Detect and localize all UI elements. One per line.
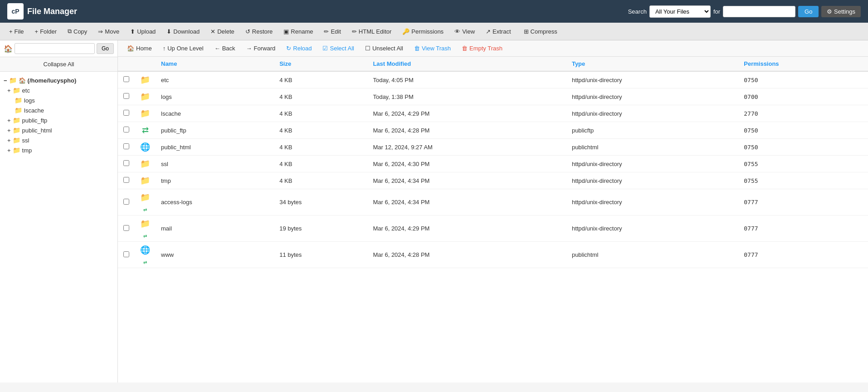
download-button[interactable]: ⬇ Download bbox=[162, 26, 204, 37]
collapse-all-button[interactable]: Collapse All bbox=[0, 57, 117, 72]
search-scope-select[interactable]: All Your Files File Names Only File Cont… bbox=[649, 5, 711, 18]
path-input[interactable] bbox=[15, 43, 95, 54]
upload-button[interactable]: ⬆ Upload bbox=[126, 26, 160, 37]
html-editor-button[interactable]: ✏ HTML Editor bbox=[347, 26, 396, 37]
delete-button[interactable]: ✕ Delete bbox=[206, 26, 239, 37]
row-checkbox-cell[interactable] bbox=[118, 156, 135, 172]
nav-home-button[interactable]: 🏠 Home bbox=[122, 43, 156, 54]
tree-item-public-html[interactable]: + 📁 public_html bbox=[0, 125, 117, 135]
file-area: 🏠 Home ↑ Up One Level ← Back → Forward ↻… bbox=[118, 40, 868, 382]
col-type[interactable]: Type bbox=[566, 57, 738, 71]
upload-label: Upload bbox=[137, 28, 156, 35]
table-row[interactable]: 📁 logs 4 KB Today, 1:38 PM httpd/unix-di… bbox=[118, 88, 868, 105]
row-name[interactable]: logs bbox=[156, 88, 274, 105]
row-checkbox-cell[interactable] bbox=[118, 122, 135, 139]
tree-item-ssl[interactable]: + 📁 ssl bbox=[0, 135, 117, 145]
nav-forward-button[interactable]: → Forward bbox=[242, 43, 280, 54]
row-checkbox[interactable] bbox=[123, 251, 129, 257]
row-name[interactable]: tmp bbox=[156, 172, 274, 189]
row-checkbox-cell[interactable] bbox=[118, 242, 135, 268]
search-input[interactable] bbox=[723, 6, 795, 17]
home-icon[interactable]: 🏠 bbox=[4, 44, 13, 53]
move-button[interactable]: ⇒ Move bbox=[93, 26, 124, 37]
row-name[interactable]: access-logs bbox=[156, 189, 274, 216]
tree-item-etc[interactable]: + 📁 etc bbox=[0, 85, 117, 95]
nav-view-trash-button[interactable]: 🗑 View Trash bbox=[410, 43, 455, 54]
row-name[interactable]: ssl bbox=[156, 156, 274, 172]
row-checkbox[interactable] bbox=[123, 160, 129, 166]
row-checkbox-cell[interactable] bbox=[118, 88, 135, 105]
row-checkbox-cell[interactable] bbox=[118, 71, 135, 88]
add-folder-button[interactable]: + Folder bbox=[30, 26, 61, 37]
row-checkbox-cell[interactable] bbox=[118, 172, 135, 189]
row-last-modified: Mar 6, 2024, 4:34 PM bbox=[367, 172, 566, 189]
row-checkbox-cell[interactable] bbox=[118, 139, 135, 156]
view-label: View bbox=[462, 28, 475, 35]
nav-up-button[interactable]: ↑ Up One Level bbox=[158, 43, 208, 54]
settings-button[interactable]: ⚙ Settings bbox=[821, 6, 861, 17]
row-name[interactable]: etc bbox=[156, 71, 274, 88]
path-go-button[interactable]: Go bbox=[97, 43, 114, 54]
plus-icon: + bbox=[7, 87, 11, 94]
row-checkbox[interactable] bbox=[123, 76, 129, 82]
tree-item-logs[interactable]: 📁 logs bbox=[0, 95, 117, 105]
select-all-icon: ☑ bbox=[322, 45, 328, 52]
nav-bar: 🏠 Home ↑ Up One Level ← Back → Forward ↻… bbox=[118, 40, 868, 57]
row-name[interactable]: public_ftp bbox=[156, 122, 274, 139]
row-checkbox[interactable] bbox=[123, 143, 129, 149]
row-checkbox[interactable] bbox=[123, 199, 129, 205]
tree-item-public-ftp[interactable]: + 📁 public_ftp bbox=[0, 115, 117, 125]
rename-button[interactable]: ▣ Rename bbox=[279, 26, 317, 37]
table-row[interactable]: ⇄ public_ftp 4 KB Mar 6, 2024, 4:28 PM p… bbox=[118, 122, 868, 139]
permissions-button[interactable]: 🔑 Permissions bbox=[398, 26, 448, 37]
row-checkbox[interactable] bbox=[123, 110, 129, 116]
view-button[interactable]: 👁 View bbox=[450, 26, 479, 37]
file-table: Name Size Last Modified Type Permissions… bbox=[118, 57, 868, 382]
row-checkbox[interactable] bbox=[123, 225, 129, 231]
extract-button[interactable]: ↗ Extract bbox=[481, 26, 515, 37]
tree-public-ftp-label: public_ftp bbox=[22, 117, 48, 124]
row-checkbox[interactable] bbox=[123, 93, 129, 99]
download-icon: ⬇ bbox=[166, 28, 171, 35]
nav-select-all-label: Select All bbox=[330, 45, 354, 52]
tree-item-root[interactable]: − 📁 🏠 (/home/lucyspho) bbox=[0, 75, 117, 85]
col-size[interactable]: Size bbox=[274, 57, 367, 71]
restore-button[interactable]: ↺ Restore bbox=[241, 26, 278, 37]
tree-item-tmp[interactable]: + 📁 tmp bbox=[0, 145, 117, 155]
row-name[interactable]: www bbox=[156, 242, 274, 268]
row-name[interactable]: lscache bbox=[156, 105, 274, 122]
table-row[interactable]: 🌐⇄ www 11 bytes Mar 6, 2024, 4:28 PM pub… bbox=[118, 242, 868, 268]
table-row[interactable]: 📁⇄ mail 19 bytes Mar 6, 2024, 4:29 PM ht… bbox=[118, 216, 868, 242]
col-name[interactable]: Name bbox=[156, 57, 274, 71]
row-checkbox-cell[interactable] bbox=[118, 189, 135, 216]
row-last-modified: Mar 6, 2024, 4:34 PM bbox=[367, 189, 566, 216]
copy-button[interactable]: ⧉ Copy bbox=[63, 25, 92, 37]
row-checkbox[interactable] bbox=[123, 127, 129, 132]
nav-empty-trash-button[interactable]: 🗑 Empty Trash bbox=[457, 43, 507, 54]
table-row[interactable]: 📁 ssl 4 KB Mar 6, 2024, 4:30 PM httpd/un… bbox=[118, 156, 868, 172]
col-last-modified[interactable]: Last Modified bbox=[367, 57, 566, 71]
row-name[interactable]: public_html bbox=[156, 139, 274, 156]
add-file-button[interactable]: + File bbox=[5, 26, 29, 37]
col-icon bbox=[135, 57, 156, 71]
nav-select-all-button[interactable]: ☑ Select All bbox=[318, 43, 358, 54]
table-row[interactable]: 📁⇄ access-logs 34 bytes Mar 6, 2024, 4:3… bbox=[118, 189, 868, 216]
table-row[interactable]: 🌐 public_html 4 KB Mar 12, 2024, 9:27 AM… bbox=[118, 139, 868, 156]
table-row[interactable]: 📁 tmp 4 KB Mar 6, 2024, 4:34 PM httpd/un… bbox=[118, 172, 868, 189]
row-checkbox[interactable] bbox=[123, 177, 129, 183]
tree-item-lscache[interactable]: 📁 lscache bbox=[0, 105, 117, 115]
row-name[interactable]: mail bbox=[156, 216, 274, 242]
row-checkbox-cell[interactable] bbox=[118, 105, 135, 122]
row-checkbox-cell[interactable] bbox=[118, 216, 135, 242]
compress-button[interactable]: ⊞ Compress bbox=[519, 26, 562, 37]
nav-reload-button[interactable]: ↻ Reload bbox=[282, 43, 316, 54]
col-permissions[interactable]: Permissions bbox=[738, 57, 868, 71]
table-row[interactable]: 📁 etc 4 KB Today, 4:05 PM httpd/unix-dir… bbox=[118, 71, 868, 88]
nav-unselect-all-button[interactable]: ☐ Unselect All bbox=[361, 43, 408, 54]
nav-back-button[interactable]: ← Back bbox=[210, 43, 240, 54]
plus-icon: + bbox=[7, 147, 11, 154]
search-go-button[interactable]: Go bbox=[798, 6, 819, 17]
nav-view-trash-label: View Trash bbox=[422, 45, 451, 52]
table-row[interactable]: 📁 lscache 4 KB Mar 6, 2024, 4:29 PM http… bbox=[118, 105, 868, 122]
edit-button[interactable]: ✏ Edit bbox=[319, 26, 345, 37]
